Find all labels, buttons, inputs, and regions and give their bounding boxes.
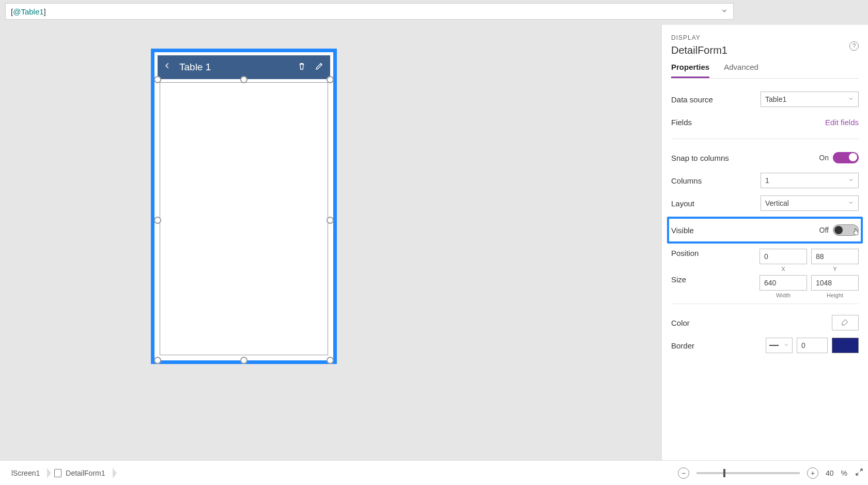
resize-handle[interactable] bbox=[154, 217, 161, 224]
size-width-input[interactable] bbox=[760, 275, 807, 291]
border-width-input[interactable] bbox=[797, 338, 828, 353]
columns-value: 1 bbox=[765, 176, 769, 185]
resize-handle[interactable] bbox=[327, 217, 334, 224]
formula-close-bracket: ] bbox=[44, 7, 46, 16]
prop-visible: Visible Off bbox=[671, 221, 859, 239]
border-style-select[interactable] bbox=[766, 338, 793, 353]
trash-icon[interactable] bbox=[297, 62, 306, 73]
resize-handle[interactable] bbox=[240, 76, 247, 83]
resize-handle[interactable] bbox=[327, 76, 334, 83]
resize-handle[interactable] bbox=[240, 357, 247, 364]
visible-toggle[interactable] bbox=[833, 224, 859, 236]
label-visible: Visible bbox=[671, 226, 819, 235]
prop-snap-to-columns: Snap to columns On bbox=[671, 146, 859, 169]
divider bbox=[671, 139, 859, 139]
prop-columns: Columns 1 bbox=[671, 169, 859, 192]
divider bbox=[671, 304, 859, 304]
label-data-source: Data source bbox=[671, 95, 761, 104]
resize-handle[interactable] bbox=[327, 357, 334, 364]
breadcrumb-form-label: DetailForm1 bbox=[66, 469, 105, 477]
label-snap: Snap to columns bbox=[671, 154, 819, 162]
section-label: DISPLAY bbox=[671, 34, 859, 41]
tab-properties[interactable]: Properties bbox=[671, 63, 709, 78]
form-body[interactable] bbox=[160, 82, 328, 355]
breadcrumb-form[interactable]: DetailForm1 bbox=[47, 466, 112, 480]
snap-state-label: On bbox=[819, 154, 829, 162]
prop-layout: Layout Vertical bbox=[671, 192, 859, 215]
design-canvas[interactable]: Table 1 bbox=[0, 25, 541, 460]
size-height-sublabel: Height bbox=[827, 292, 843, 298]
data-source-select[interactable]: Table1 bbox=[761, 92, 859, 107]
document-icon bbox=[54, 469, 61, 477]
label-color: Color bbox=[671, 319, 832, 327]
color-picker-button[interactable] bbox=[832, 315, 859, 330]
visible-highlight: Visible Off bbox=[667, 217, 863, 244]
size-width-sublabel: Width bbox=[776, 292, 791, 298]
screen-title: Table 1 bbox=[179, 62, 289, 73]
tab-advanced[interactable]: Advanced bbox=[724, 63, 758, 78]
zoom-out-button[interactable]: − bbox=[678, 467, 689, 479]
prop-border: Border bbox=[671, 334, 859, 357]
back-icon[interactable] bbox=[164, 60, 171, 74]
position-y-sublabel: Y bbox=[833, 266, 836, 272]
prop-data-source: Data source Table1 bbox=[671, 88, 859, 111]
columns-select[interactable]: 1 bbox=[761, 173, 859, 188]
breadcrumb-screen-label: lScreen1 bbox=[11, 469, 40, 477]
zoom-in-button[interactable]: + bbox=[807, 467, 818, 479]
label-fields: Fields bbox=[671, 118, 825, 127]
position-y-input[interactable] bbox=[811, 249, 859, 264]
formula-table-name: Table1 bbox=[21, 7, 43, 16]
zoom-controls: − + 40 % bbox=[678, 467, 864, 479]
position-x-input[interactable] bbox=[760, 249, 807, 264]
status-bar: lScreen1 DetailForm1 − + 40 % bbox=[0, 460, 868, 485]
zoom-slider-thumb[interactable] bbox=[723, 469, 725, 477]
label-border: Border bbox=[671, 341, 766, 350]
label-size: Size bbox=[671, 275, 760, 284]
panel-tabs: Properties Advanced bbox=[671, 63, 859, 79]
chevron-down-icon bbox=[848, 177, 854, 184]
breadcrumb-screen[interactable]: lScreen1 bbox=[4, 466, 47, 480]
formula-expand-icon[interactable] bbox=[721, 7, 728, 16]
zoom-value: 40 bbox=[826, 469, 834, 477]
edit-fields-link[interactable]: Edit fields bbox=[825, 118, 859, 127]
snap-toggle[interactable] bbox=[833, 152, 859, 163]
label-columns: Columns bbox=[671, 176, 761, 185]
fullscreen-icon[interactable] bbox=[855, 467, 864, 478]
visible-state-label: Off bbox=[819, 226, 829, 234]
edit-icon[interactable] bbox=[315, 62, 324, 73]
help-icon[interactable]: ? bbox=[849, 41, 859, 51]
resize-handle[interactable] bbox=[154, 76, 161, 83]
label-layout: Layout bbox=[671, 199, 761, 208]
chevron-down-icon bbox=[784, 342, 789, 348]
label-position: Position bbox=[671, 249, 760, 257]
chevron-down-icon bbox=[848, 96, 854, 103]
data-source-value: Table1 bbox=[765, 95, 786, 103]
object-name: DetailForm1 bbox=[671, 44, 859, 56]
size-height-input[interactable] bbox=[811, 275, 859, 291]
border-line-icon bbox=[769, 345, 779, 346]
resize-handle[interactable] bbox=[154, 357, 161, 364]
zoom-slider[interactable] bbox=[696, 472, 800, 474]
chevron-down-icon bbox=[848, 200, 854, 207]
formula-at: @ bbox=[13, 7, 21, 16]
prop-size: Size Width Height bbox=[671, 272, 859, 298]
prop-position: Position X Y bbox=[671, 246, 859, 272]
selected-form-frame[interactable]: Table 1 bbox=[151, 49, 337, 364]
prop-color: Color bbox=[671, 311, 859, 334]
border-color-swatch[interactable] bbox=[832, 338, 859, 353]
layout-select[interactable]: Vertical bbox=[761, 195, 859, 211]
layout-value: Vertical bbox=[765, 199, 789, 207]
position-x-sublabel: X bbox=[781, 266, 785, 272]
properties-panel: DISPLAY DetailForm1 ? Properties Advance… bbox=[661, 25, 868, 460]
zoom-unit: % bbox=[841, 469, 847, 477]
formula-bar[interactable]: [ @ Table1 ] bbox=[5, 3, 734, 20]
prop-fields: Fields Edit fields bbox=[671, 111, 859, 133]
